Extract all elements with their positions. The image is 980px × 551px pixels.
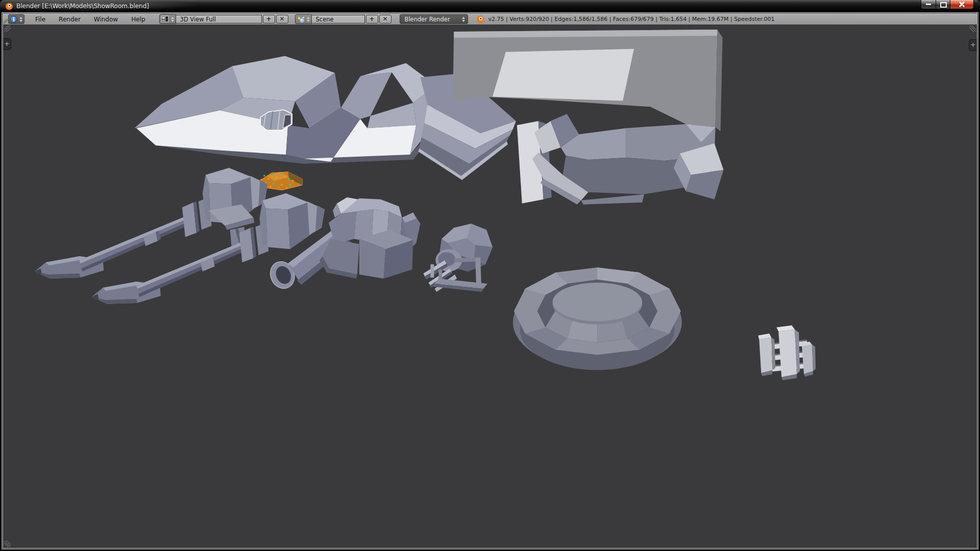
blender-app-icon	[5, 2, 13, 10]
screen-layout-field[interactable]: 3D View Full	[176, 15, 262, 23]
scene-field[interactable]: Scene	[312, 15, 365, 23]
viewport-scene	[3, 24, 977, 548]
area-corner-widget[interactable]	[4, 26, 11, 32]
scene-statistics: v2.75 | Verts:920/920 | Edges:1,586/1,58…	[488, 16, 775, 22]
spinner-down-icon	[462, 20, 465, 22]
spinner-down-icon	[19, 20, 22, 22]
scene-add-button[interactable]: +	[366, 15, 378, 23]
scene-icon-button[interactable]	[295, 14, 312, 24]
toolshelf-expand-tab[interactable]: +	[3, 38, 11, 50]
screen-layout-icon-button[interactable]	[159, 14, 176, 24]
window-frame-inner: File Render Window Help	[3, 13, 977, 548]
model-gatling-turret[interactable]	[423, 223, 493, 291]
scene-delete-button[interactable]: ✕	[379, 15, 391, 23]
properties-expand-tab[interactable]: +	[969, 39, 977, 51]
window-controls	[921, 0, 974, 9]
model-roller-block[interactable]	[758, 325, 816, 381]
menu-help[interactable]: Help	[125, 16, 152, 23]
spinner-down-icon	[171, 20, 174, 22]
render-engine-dropdown[interactable]: Blender Render	[400, 14, 468, 24]
model-turret-ring[interactable]	[513, 267, 682, 370]
window-frame: File Render Window Help	[2, 12, 978, 549]
area-corner-widget[interactable]	[969, 26, 976, 32]
spinner-up-icon	[462, 17, 465, 19]
close-button[interactable]	[950, 0, 974, 9]
screen-layout-icon	[161, 16, 169, 22]
screen-layout-spinner	[171, 17, 174, 22]
menu-file[interactable]: File	[29, 16, 52, 23]
screen-layout-add-button[interactable]: +	[263, 15, 275, 23]
spinner-up-icon	[171, 17, 174, 19]
restore-icon	[940, 2, 947, 8]
restore-button[interactable]	[936, 0, 950, 9]
blender-window: Blender [E:\Work\Models\ShowRoom.blend]	[0, 0, 980, 551]
minimize-button[interactable]	[921, 0, 936, 9]
model-cannon-a[interactable]	[35, 168, 268, 279]
blender-logo-icon	[476, 15, 485, 23]
spinner-down-icon	[307, 20, 310, 22]
screen-layout-delete-button[interactable]: ✕	[276, 15, 288, 23]
scene-icon	[297, 16, 305, 23]
window-title: Blender [E:\Work\Models\ShowRoom.blend]	[16, 0, 149, 12]
title-bar[interactable]: Blender [E:\Work\Models\ShowRoom.blend]	[0, 0, 980, 12]
info-header: File Render Window Help	[3, 13, 977, 26]
spinner-up-icon	[307, 17, 310, 19]
model-tank-hull[interactable]	[134, 56, 436, 164]
3d-viewport[interactable]: + +	[3, 24, 977, 548]
spinner-up-icon	[19, 17, 22, 19]
scene-spinner	[307, 17, 310, 22]
area-corner-widget[interactable]	[4, 540, 11, 547]
render-engine-value: Blender Render	[405, 16, 450, 23]
editor-type-selector[interactable]	[8, 14, 24, 24]
minimize-icon	[926, 4, 931, 5]
scene-selector: Scene + ✕	[295, 15, 391, 23]
menu-window[interactable]: Window	[87, 16, 125, 23]
render-engine-spinner	[462, 17, 465, 22]
info-editor-icon	[10, 16, 17, 23]
menu-render[interactable]: Render	[52, 16, 87, 23]
editor-type-spinner	[19, 17, 22, 22]
screen-layout-selector: 3D View Full + ✕	[159, 15, 288, 23]
header-corner-widget[interactable]	[4, 19, 9, 24]
